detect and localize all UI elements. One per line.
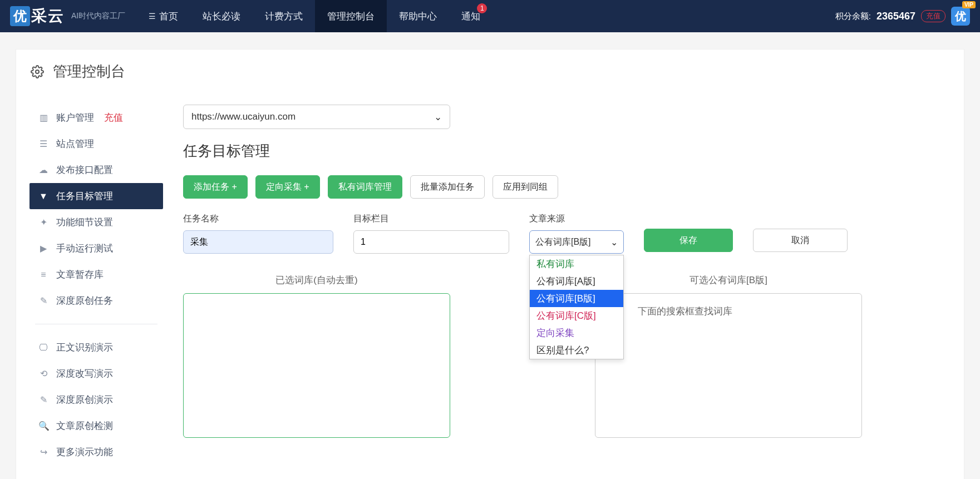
page-wrap: 管理控制台 ▥账户管理充值 ☰站点管理 ☁发布接口配置 ▼任务目标管理 ✦功能细…: [0, 32, 980, 479]
sidebar-divider: [35, 324, 157, 324]
nav-label: 计费方式: [265, 10, 303, 23]
dropdown-option-private[interactable]: 私有词库: [530, 255, 623, 273]
available-lib-col: 可选公有词库[B版] 下面的搜索框查找词库: [595, 274, 862, 438]
sidebar-item-rewrite-demo[interactable]: ⟲深度改写演示: [29, 361, 163, 387]
sidebar-item-deep-original[interactable]: ✎深度原创任务: [29, 288, 163, 314]
share-icon: ↪: [38, 447, 48, 457]
nav-billing[interactable]: 计费方式: [253, 0, 315, 32]
avatar: 优: [951, 7, 970, 26]
source-select-value: 公有词库[B版]: [535, 236, 591, 248]
nav-items: ☰首页 站长必读 计费方式 管理控制台 帮助中心 通知 1: [136, 0, 493, 32]
cancel-button[interactable]: 取消: [753, 229, 848, 252]
svg-point-0: [36, 70, 39, 73]
dropdown-option-directed[interactable]: 定向采集: [530, 324, 623, 342]
logo-mark: 优: [10, 6, 30, 26]
target-column-label: 目标栏目: [353, 213, 509, 225]
available-lib-title: 可选公有词库[B版]: [690, 274, 767, 287]
sidebar-item-plagiarism[interactable]: 🔍文章原创检测: [29, 413, 163, 439]
target-column-input[interactable]: [353, 230, 509, 254]
balance-label: 积分余额:: [835, 11, 871, 22]
sidebar-item-label: 任务目标管理: [56, 190, 113, 203]
nav-right: 积分余额: 2365467 充值 优 VIP: [835, 7, 970, 26]
target-column-col: 目标栏目: [353, 213, 509, 254]
sidebar-item-label: 正文识别演示: [56, 341, 113, 354]
card-header: 管理控制台: [16, 50, 964, 93]
recharge-button[interactable]: 充值: [921, 10, 945, 22]
sidebar-item-original-demo[interactable]: ✎深度原创演示: [29, 387, 163, 413]
task-form: 任务名称 目标栏目 文章来源 公有词库[B版] ⌄: [183, 213, 944, 254]
top-nav: 优 采云 AI时代内容工厂 ☰首页 站长必读 计费方式 管理控制台 帮助中心 通…: [0, 0, 980, 32]
available-lib-hint: 下面的搜索框查找词库: [638, 306, 732, 317]
gear-icon: [31, 65, 44, 78]
sidebar-item-label: 深度原创演示: [56, 393, 113, 406]
sidebar-item-settings[interactable]: ✦功能细节设置: [29, 209, 163, 235]
sidebar-item-task-target[interactable]: ▼任务目标管理: [29, 183, 163, 209]
apply-group-button[interactable]: 应用到同组: [493, 175, 558, 199]
sidebar-item-manual-run[interactable]: ▶手动运行测试: [29, 235, 163, 261]
chevron-down-icon: ⌄: [610, 237, 618, 248]
nav-label: 管理控制台: [327, 10, 375, 23]
sidebar-item-content-detect[interactable]: 🖵正文识别演示: [29, 334, 163, 361]
selected-lib-col: 已选词库(自动去重): [183, 274, 450, 438]
selected-lib-box[interactable]: [183, 293, 450, 438]
sidebar-item-label: 深度原创任务: [56, 294, 113, 307]
sidebar-item-label: 站点管理: [56, 137, 94, 150]
dropdown-option-public-b[interactable]: 公有词库[B版]: [530, 290, 623, 307]
edit-icon: ✎: [38, 295, 48, 306]
logo[interactable]: 优 采云 AI时代内容工厂: [10, 6, 125, 27]
site-select[interactable]: https://www.ucaiyun.com ⌄: [183, 105, 450, 129]
nav-home[interactable]: ☰首页: [136, 0, 190, 32]
notify-badge: 1: [477, 3, 487, 13]
section-title: 任务目标管理: [183, 141, 944, 161]
sidebar-item-more-demos[interactable]: ↪更多演示功能: [29, 439, 163, 465]
list-icon: ☰: [149, 12, 156, 21]
dropdown-option-public-a[interactable]: 公有词库[A版]: [530, 273, 623, 290]
dropdown-option-diff[interactable]: 区别是什么?: [530, 342, 623, 359]
cancel-col: 取消: [753, 213, 848, 252]
chevron-down-icon: ⌄: [434, 111, 442, 123]
save-button[interactable]: 保存: [644, 229, 733, 252]
task-name-input[interactable]: [183, 230, 333, 254]
private-lib-button[interactable]: 私有词库管理: [328, 175, 402, 199]
nav-label: 帮助中心: [399, 10, 437, 23]
sidebar-item-label: 发布接口配置: [56, 164, 113, 176]
logo-subtitle: AI时代内容工厂: [71, 11, 125, 21]
sidebar-item-label: 更多演示功能: [56, 446, 113, 458]
filter-icon: ▼: [38, 191, 48, 201]
sidebar-item-account[interactable]: ▥账户管理充值: [29, 105, 163, 131]
available-lib-box[interactable]: 下面的搜索框查找词库: [595, 293, 862, 438]
batch-add-button[interactable]: 批量添加任务: [410, 175, 485, 199]
action-buttons: 添加任务 + 定向采集 + 私有词库管理 批量添加任务 应用到同组: [183, 175, 944, 199]
database-icon: ≡: [38, 270, 48, 280]
play-icon: ▶: [38, 243, 48, 254]
add-task-button[interactable]: 添加任务 +: [183, 175, 248, 199]
nav-must-read[interactable]: 站长必读: [190, 0, 253, 32]
source-col: 文章来源 公有词库[B版] ⌄ 私有词库 公有词库[A版] 公有词库[B版] 公…: [529, 213, 624, 254]
sidebar-item-publish[interactable]: ☁发布接口配置: [29, 157, 163, 183]
refresh-icon: ⟲: [38, 368, 48, 379]
monitor-icon: 🖵: [38, 343, 48, 353]
sidebar-item-extra: 充值: [104, 111, 123, 124]
nav-help[interactable]: 帮助中心: [387, 0, 449, 32]
page-title: 管理控制台: [53, 62, 125, 81]
directed-collect-button[interactable]: 定向采集 +: [255, 175, 320, 199]
dropdown-option-public-c[interactable]: 公有词库[C版]: [530, 307, 623, 324]
cloud-icon: ☁: [38, 165, 48, 175]
sidebar-item-label: 功能细节设置: [56, 216, 113, 229]
main-card: 管理控制台 ▥账户管理充值 ☰站点管理 ☁发布接口配置 ▼任务目标管理 ✦功能细…: [16, 49, 964, 479]
avatar-wrap[interactable]: 优 VIP: [951, 7, 970, 26]
nav-label: 首页: [159, 10, 178, 23]
logo-text: 采云: [31, 6, 65, 27]
chart-icon: ▥: [38, 112, 48, 123]
search-icon: 🔍: [38, 421, 48, 431]
task-name-label: 任务名称: [183, 213, 333, 225]
sidebar-item-article-store[interactable]: ≡文章暂存库: [29, 261, 163, 288]
sidebar-item-label: 文章暂存库: [56, 268, 104, 281]
card-body: ▥账户管理充值 ☰站点管理 ☁发布接口配置 ▼任务目标管理 ✦功能细节设置 ▶手…: [16, 93, 964, 479]
sidebar-item-sites[interactable]: ☰站点管理: [29, 131, 163, 157]
sidebar-item-label: 深度改写演示: [56, 367, 113, 380]
balance-value: 2365467: [876, 11, 915, 22]
source-select[interactable]: 公有词库[B版] ⌄: [529, 230, 624, 254]
nav-console[interactable]: 管理控制台: [315, 0, 387, 32]
nav-notify[interactable]: 通知 1: [449, 0, 493, 32]
